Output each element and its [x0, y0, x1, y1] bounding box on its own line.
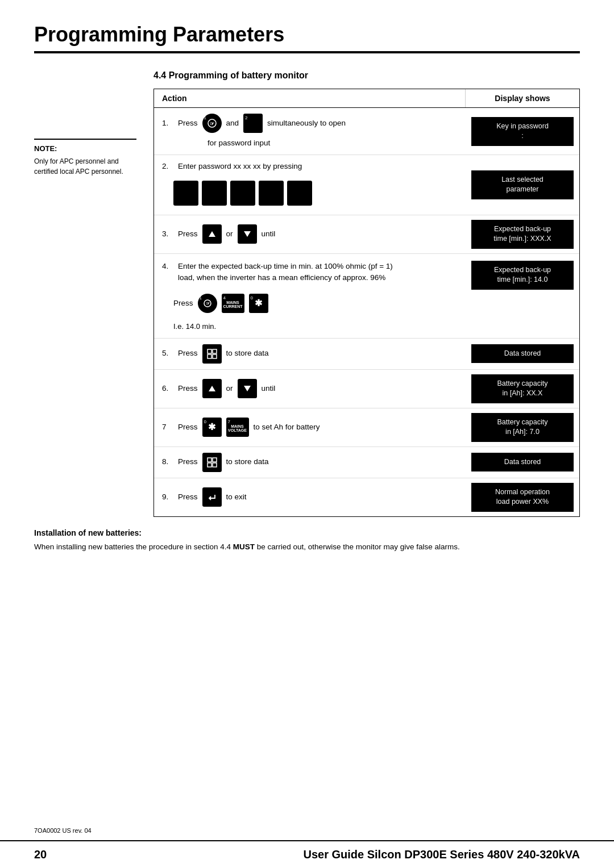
step-7-to-set: to set Ah for battery — [254, 422, 320, 433]
action-cell-5: 5. Press to store data — [154, 339, 466, 369]
footer-inner: 20 User Guide Silcon DP300E Series 480V … — [0, 841, 614, 868]
pwd-btn-5[interactable] — [287, 181, 312, 206]
display-cell-1: Key in password: — [466, 112, 579, 151]
step-3-until: until — [262, 228, 276, 240]
table-row: 1. Press 1 ☞ and — [154, 108, 579, 155]
display-cell-8: Data stored — [466, 448, 579, 477]
display-cell-2: Last selectedparameter — [466, 166, 579, 204]
key-superscript-sub1: 1 — [200, 295, 202, 302]
key-button-store-8[interactable] — [202, 453, 222, 472]
step-num-8: 8. — [162, 456, 173, 468]
display-cell-7: Battery capacityin [Ah]: 7.0 — [466, 408, 579, 446]
step-num-5: 5. — [162, 348, 173, 359]
step-5-press: Press — [178, 348, 198, 359]
step-1-text-after: simultaneously to open — [267, 118, 346, 129]
mains-current-label: MAINSCURRENT — [223, 301, 242, 308]
enter-icon — [207, 493, 217, 502]
key-button-circle-sub1[interactable]: 1 ☞ — [198, 294, 217, 313]
svg-rect-6 — [208, 349, 211, 353]
table-row-4: 4. Enter the expected back-up time in mi… — [154, 254, 579, 339]
section-title: 4.4 Programming of battery monitor — [154, 70, 580, 81]
down-arrow-icon — [243, 229, 252, 239]
pwd-btn-3[interactable] — [230, 181, 255, 206]
header-rule — [34, 51, 580, 53]
key-button-enter[interactable] — [202, 487, 222, 507]
key-button-mains-current[interactable]: 4 MAINSCURRENT — [222, 294, 244, 313]
key-superscript-7: 0 — [204, 419, 206, 425]
action-cell-6: 6. Press or until — [154, 373, 466, 404]
step-7-press: Press — [178, 422, 198, 433]
key-button-mains-voltage[interactable]: 7 MAINSVOLTAGE — [226, 418, 249, 437]
table-header-action: Action — [154, 89, 466, 107]
key-button-circle-1[interactable]: 1 ☞ — [202, 114, 222, 133]
svg-marker-2 — [209, 231, 215, 237]
action-row-4: 4. Enter the expected back-up time in mi… — [162, 261, 394, 284]
key-button-star-0[interactable]: 0 ✱ — [249, 294, 268, 313]
action-cell-1: 1. Press 1 ☞ and — [154, 108, 466, 155]
step-6-or: or — [226, 383, 233, 394]
display-btn-7: Battery capacityin [Ah]: 7.0 — [471, 413, 574, 442]
installation-text-part1: When installing new batteries the proced… — [34, 542, 233, 551]
key-button-star-7[interactable]: 0 ✱ — [202, 418, 222, 437]
page-header: Programming Parameters — [0, 0, 614, 53]
installation-text-part2: be carried out, otherwise the monitor ma… — [255, 542, 460, 551]
page-title: Programming Parameters — [34, 23, 580, 47]
key-button-up[interactable] — [202, 224, 222, 244]
key-button-store-5[interactable] — [202, 344, 222, 364]
display-btn-5: Data stored — [471, 344, 574, 364]
pwd-btn-4[interactable] — [259, 181, 284, 206]
step-4-press-label: Press — [173, 298, 193, 309]
display-cell-3: Expected back-uptime [min.]: XXX.X — [466, 215, 579, 253]
svg-text:☞: ☞ — [210, 121, 214, 127]
display-btn-8: Data stored — [471, 453, 574, 472]
footer-page-num: 20 — [34, 848, 47, 861]
step-4-press-row: Press 1 ☞ 4 MAINSCURR — [162, 294, 268, 313]
table-row-5: 5. Press to store data — [154, 339, 579, 370]
step-num-6: 6. — [162, 383, 173, 394]
svg-marker-10 — [209, 386, 215, 391]
page-footer: 20 User Guide Silcon DP300E Series 480V … — [0, 840, 614, 868]
action-row-2: 2. Enter password xx xx xx by pressing — [162, 161, 302, 172]
svg-marker-3 — [244, 231, 251, 237]
display-btn-1: Key in password: — [471, 117, 574, 146]
grid-store-icon — [206, 348, 218, 360]
mains-voltage-label: MAINSVOLTAGE — [228, 424, 247, 432]
key-superscript-star0: 0 — [251, 295, 253, 302]
step-3-or: or — [226, 228, 233, 240]
action-cell-2: 2. Enter password xx xx xx by pressing — [154, 155, 466, 214]
key-button-down-6[interactable] — [238, 379, 257, 398]
pwd-btn-1[interactable] — [173, 181, 198, 206]
step-2-text: Enter password xx xx xx by pressing — [178, 161, 302, 172]
table-row-6: 6. Press or until — [154, 370, 579, 408]
step-4-ie: I.e. 14.0 min. — [162, 321, 216, 332]
display-cell-4: Expected back-uptime [min.]: 14.0 — [466, 254, 579, 294]
left-sidebar: NOTE: Only for APC personnel and certifi… — [34, 70, 136, 517]
key-button-down[interactable] — [238, 224, 257, 244]
note-label: NOTE: — [34, 144, 136, 153]
step-num-3: 3. — [162, 228, 173, 240]
right-content: 4.4 Programming of battery monitor Actio… — [154, 70, 580, 517]
circle-icon: ☞ — [203, 299, 212, 308]
circle-hand-icon: ☞ — [207, 118, 217, 128]
page-container: Programming Parameters NOTE: Only for AP… — [0, 0, 614, 868]
action-row-1: 1. Press 1 ☞ and — [162, 114, 346, 133]
svg-rect-13 — [213, 458, 217, 462]
display-cell-9: Normal operationload power XX% — [466, 478, 579, 516]
svg-rect-15 — [213, 463, 217, 467]
table-header-row: Action Display shows — [154, 89, 579, 108]
display-cell-5: Data stored — [466, 340, 579, 368]
svg-marker-11 — [244, 386, 251, 391]
grid-store-icon-8 — [206, 457, 218, 468]
svg-rect-7 — [213, 349, 217, 353]
instruction-table: Action Display shows 1. Press 1 — [154, 89, 580, 517]
key-button-square-2[interactable]: 2 — [243, 114, 263, 133]
installation-text-bold: MUST — [233, 542, 255, 551]
svg-rect-14 — [208, 463, 211, 467]
installation-title: Installation of new batteries: — [34, 528, 580, 537]
step-1-text-before: Press — [178, 118, 198, 129]
key-superscript-2: 2 — [245, 115, 247, 122]
table-row-9: 9. Press to exit Normal operationload p — [154, 478, 579, 516]
step-num-7: 7 — [162, 422, 173, 433]
pwd-btn-2[interactable] — [202, 181, 227, 206]
key-button-up-6[interactable] — [202, 379, 222, 398]
